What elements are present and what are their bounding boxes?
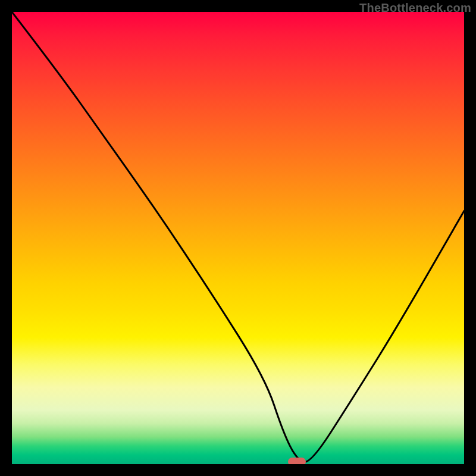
plot-area <box>12 12 464 464</box>
watermark-text: TheBottleneck.com <box>359 1 471 15</box>
bottleneck-curve <box>12 12 464 462</box>
optimal-point-marker <box>288 458 306 464</box>
bottleneck-chart: TheBottleneck.com <box>0 0 476 476</box>
curve-layer <box>12 12 464 464</box>
